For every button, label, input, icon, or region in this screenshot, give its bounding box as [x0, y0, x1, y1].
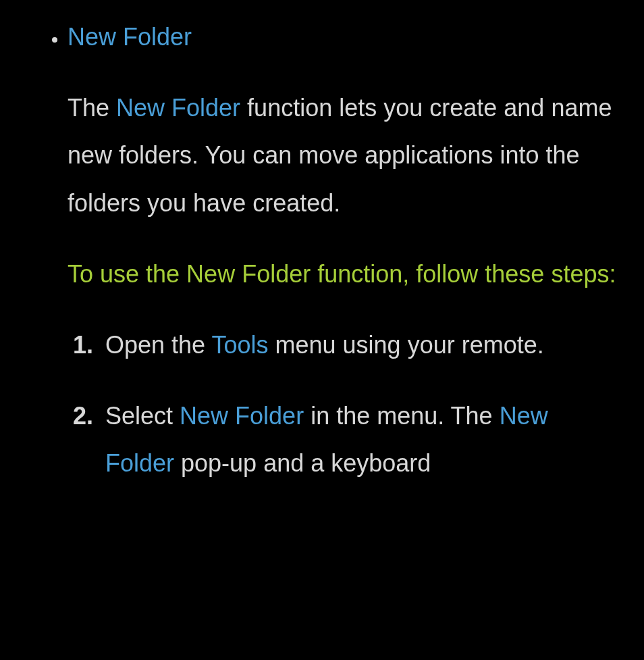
steps-list: Open the Tools menu using your remote. S…	[68, 322, 617, 488]
step-keyword: Tools	[211, 331, 268, 359]
desc-keyword: New Folder	[116, 94, 240, 122]
step-text: Open the	[105, 331, 211, 359]
step-text: pop-up and a keyboard	[174, 449, 431, 477]
step-text: Select	[105, 402, 180, 430]
steps-heading: To use the New Folder function, follow t…	[68, 251, 617, 298]
step-text: menu using your remote.	[269, 331, 544, 359]
feature-title-text: New Folder	[68, 23, 192, 51]
feature-list: New Folder The New Folder function lets …	[27, 14, 617, 488]
desc-text-pre: The	[68, 94, 116, 122]
step-text: in the menu. The	[304, 402, 500, 430]
step-1: Open the Tools menu using your remote.	[100, 322, 617, 369]
step-2: Select New Folder in the menu. The New F…	[100, 392, 617, 487]
feature-title: New Folder	[68, 14, 617, 61]
feature-description: The New Folder function lets you create …	[68, 84, 617, 227]
document-page: New Folder The New Folder function lets …	[0, 0, 644, 488]
step-keyword: New Folder	[180, 402, 304, 430]
feature-item-new-folder: New Folder The New Folder function lets …	[68, 14, 617, 488]
